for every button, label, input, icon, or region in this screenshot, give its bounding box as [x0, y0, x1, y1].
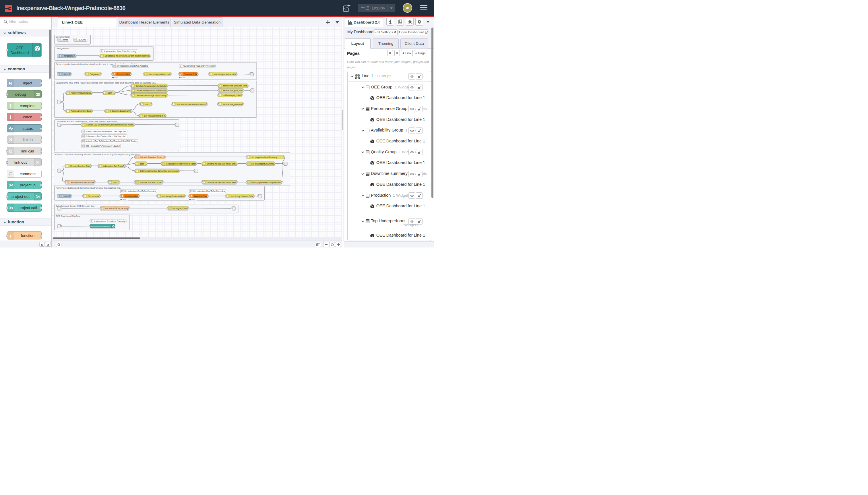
svg-text:split: split: [113, 181, 117, 184]
svg-text:DowntimeData: DowntimeData: [194, 195, 207, 198]
svg-text:Combine the data back into an: Combine the data back into an array.: [207, 181, 236, 184]
svg-text:set flow.total_produced_units: set flow.total_produced_units: [223, 84, 247, 87]
svg-text:Retrieve Downtime Data: Retrieve Downtime Data: [70, 165, 90, 167]
svg-text:set msg.downtimeSummery: set msg.downtimeSummery: [251, 156, 277, 158]
svg-text:timestamp ¹: timestamp ¹: [64, 54, 75, 57]
svg-text:Key Instructions: Read Before: Key Instructions: Read Before Proceeding: [125, 190, 156, 192]
svg-text:Calculate the total target out: Calculate the total target output of tod…: [136, 94, 167, 97]
svg-text:README: README: [77, 38, 86, 41]
svg-text:Is Downtime Data Empty?: Is Downtime Data Empty?: [110, 110, 131, 112]
svg-text:DowntimeData: DowntimeData: [184, 73, 197, 75]
svg-text:Calculate the total good units: Calculate the total good units produced …: [136, 89, 167, 92]
svg-text:Set Recent Downtime & Downtime: Set Recent Downtime & Downtime summery t…: [140, 170, 178, 172]
svg-text:Key Instructions: Read Before: Key Instructions: Read Before Proceeding: [193, 190, 225, 192]
svg-text:Key Instructions: Read Before: Key Instructions: Read Before Proceeding: [104, 50, 136, 53]
svg-text:Combine the data back into an: Combine the data back into an array.: [207, 163, 236, 165]
svg-text:Calculate the total downtime d: Calculate the total downtime duration: [177, 103, 206, 106]
svg-text:store in msg.DowntimeData: store in msg.DowntimeData: [230, 195, 253, 198]
svg-text:RWC: RWC: [191, 199, 196, 200]
svg-text:set flow.total_good_units: set flow.total_good_units: [223, 89, 243, 92]
svg-text:RWC: RWC: [181, 76, 186, 79]
svg-text:split: split: [140, 163, 144, 165]
svg-text:Retrieve Downtime Data: Retrieve Downtime Data: [71, 110, 91, 112]
svg-text:set flow.total_downtime: set flow.total_downtime: [223, 103, 242, 106]
svg-text:Calculate OEE and other metric: Calculate OEE and other metrics, then st…: [56, 120, 118, 123]
svg-text:store in msg.ProductionData: store in msg.ProductionData: [162, 195, 185, 198]
svg-text:Set and store the current line: Set and store the current line and shift…: [105, 54, 149, 57]
svg-text:Quality = Total Good Units Pro: Quality = Total Good Units Produced / To…: [86, 130, 126, 133]
svg-text:set msg.topUnderPerformingMach: set msg.topUnderPerformingMachines: [251, 181, 281, 184]
svg-text:Performance = Total Produced U: Performance = Total Produced Units / Tot…: [86, 135, 126, 138]
svg-text:Prepare Downtime Summary, Rece: Prepare Downtime Summary, Recent Downtim…: [55, 153, 141, 156]
svg-text:ProductionData: ProductionData: [117, 73, 130, 75]
svg-text:Availavity = (Total Shift Dura: Availavity = (Total Shift Duration - Tot…: [85, 140, 137, 142]
svg-text:Calculate the total produced u: Calculate the total produced units today: [136, 85, 167, 87]
svg-text:ProductionData: ProductionData: [125, 195, 138, 198]
svg-text:f: f: [10, 234, 12, 238]
svg-text:Documentation: Documentation: [56, 36, 70, 38]
svg-text:inject ↻: inject ↻: [64, 73, 70, 75]
svg-text:Calculate and display OEE for: Calculate and display OEE for each day.: [56, 205, 95, 207]
svg-text:Calculate OEE for each machine: Calculate OEE for each machine: [70, 181, 94, 184]
svg-text:RWC: RWC: [114, 76, 119, 79]
svg-text:Calculate OEE and other metric: Calculate OEE and other metrics, then st…: [86, 123, 134, 126]
svg-text:calculate OEE for each day: calculate OEE for each day: [105, 207, 128, 210]
svg-text:OEE Dashboard Subflow: OEE Dashboard Subflow: [56, 215, 80, 217]
svg-text:Sort data from most recent to: Sort data from most recent to oldest: [167, 163, 196, 165]
svg-text:Retrieve production and downti: Retrieve production and downtime data fr…: [56, 187, 121, 189]
svg-text:Set params: Set params: [90, 73, 101, 75]
svg-text:RWC: RWC: [123, 199, 127, 200]
svg-text:set flow.target_output: set flow.target_output: [223, 94, 241, 97]
svg-text:store in msg.downtime_data: store in msg.downtime_data: [214, 73, 236, 75]
svg-text:Calculate the total of the req: Calculate the total of the required prop…: [56, 82, 156, 84]
svg-text:License: License: [62, 38, 68, 41]
svg-text:Sort OEE from worst to best: Sort OEE from worst to best: [139, 181, 162, 184]
svg-text:OEE Dashboard for Line 1: OEE Dashboard for Line 1: [91, 225, 111, 228]
svg-text:Calculate Downtime Summery: Calculate Downtime Summery: [140, 156, 165, 158]
svg-text:Key Instructions: Read Before: Key Instructions: Read Before Proceeding: [183, 65, 215, 67]
svg-text:Set params: Set params: [88, 195, 99, 198]
svg-text:Set Total Downtime to 0: Set Total Downtime to 0: [144, 115, 165, 117]
svg-text:Key Instructions: Read Before: Key Instructions: Read Before Proceeding: [117, 65, 148, 67]
svg-text:split: split: [108, 91, 112, 94]
svg-text:set msg.recentDowntime: set msg.recentDowntime: [251, 163, 274, 165]
svg-text:Is Downtime Data Empty?: Is Downtime Data Empty?: [103, 165, 124, 167]
svg-text:inject ↻: inject ↻: [65, 195, 71, 198]
svg-text:set msg.oeeTrend: set msg.oeeTrend: [173, 207, 188, 210]
svg-text:Configuration: Configuration: [56, 47, 69, 50]
svg-text:Retrieve Production Data: Retrieve Production Data: [71, 91, 91, 94]
svg-text:OEE = (Availability) * (Perfor: OEE = (Availability) * (Performance) * (…: [86, 145, 120, 147]
svg-text:store in msg.production_data: store in msg.production_data: [149, 73, 171, 75]
svg-text:split: split: [145, 103, 149, 106]
svg-text:Key Instructions: Read Before: Key Instructions: Read Before Proceeding: [94, 220, 125, 223]
